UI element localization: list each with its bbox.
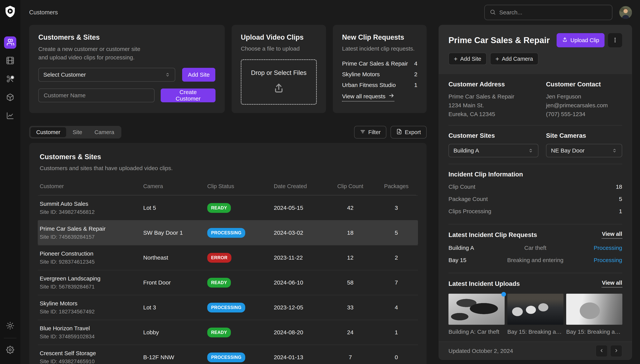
cctv-thumbnail[interactable] — [566, 294, 622, 325]
request-list-item[interactable]: Prime Car Sales & Repair 4 — [342, 58, 417, 69]
column-header-date-created[interactable]: Date Created — [274, 183, 325, 190]
customer-name: Skyline Motors — [40, 300, 143, 307]
date-cell: 2024-01-13 — [274, 354, 325, 360]
filter-button[interactable]: Filter — [354, 126, 386, 138]
upload-thumbnail-item[interactable]: Building A: Car theft — [448, 294, 505, 335]
customers-table-card: Customers & Sites Customers and sites th… — [29, 143, 427, 364]
table-row[interactable]: Pioneer ConstructionSite ID: 92837461234… — [38, 245, 418, 270]
upload-card: Upload Video Clips Choose a file to uplo… — [232, 25, 326, 113]
cctv-thumbnail[interactable] — [448, 294, 505, 325]
site-id: Site ID: 567839284671 — [40, 283, 143, 290]
search-bar[interactable] — [484, 5, 612, 20]
column-header-clip-count[interactable]: Clip Count — [325, 183, 376, 190]
chevron-updown-icon — [165, 72, 170, 78]
gear-icon — [6, 346, 14, 354]
topbar-right — [484, 5, 632, 20]
request-list-item[interactable]: Skyline Motors 2 — [342, 69, 417, 80]
dropzone-label: Drop or Select Files — [251, 69, 306, 76]
search-input[interactable] — [499, 9, 607, 16]
incident-info-section: Incident Clip Information Clip Count 18 … — [448, 164, 622, 224]
scissors-clip-icon — [6, 75, 14, 84]
sidebar-item-clips[interactable] — [4, 73, 16, 86]
upload-thumbnail-item[interactable]: Bay 15: Breaking an... — [566, 294, 622, 335]
panel-add-site-button[interactable]: + Add Site — [448, 53, 487, 65]
package-icon — [6, 93, 14, 102]
new-clip-requests-card: New Clip Requests Latest incident clip r… — [333, 25, 427, 113]
chevron-updown-icon — [528, 148, 533, 153]
site-id: Site ID: 745639284157 — [40, 234, 143, 240]
packages-cell: 1 — [376, 329, 416, 336]
sidebar-item-analytics[interactable] — [4, 110, 16, 122]
avatar[interactable] — [619, 6, 632, 19]
plus-icon: + — [454, 56, 457, 62]
arrow-right-icon — [389, 93, 394, 100]
customer-sites-heading: Customer Sites — [448, 132, 538, 139]
export-button[interactable]: Export — [391, 126, 427, 138]
tab-site[interactable]: Site — [67, 127, 88, 137]
panel-add-camera-button[interactable]: + Add Camera — [490, 53, 538, 65]
sidebar-item-customers[interactable] — [4, 36, 16, 49]
next-page-button[interactable] — [610, 345, 622, 357]
request-list-item[interactable]: Urban Fitness Studio 1 — [342, 80, 417, 90]
date-cell: 2024-06-10 — [274, 279, 325, 286]
processing-status: Processing — [569, 245, 622, 251]
date-cell: 2023-11-22 — [274, 254, 325, 261]
chevron-updown-icon — [612, 148, 617, 153]
packages-cell: 7 — [376, 279, 416, 286]
column-header-camera[interactable]: Camera — [143, 183, 207, 190]
sidebar-item-videos[interactable] — [4, 55, 16, 67]
packages-cell: 3 — [376, 204, 416, 211]
camera-cell: Lot 5 — [143, 204, 207, 211]
column-header-customer[interactable]: Customer — [40, 183, 143, 190]
previous-page-button[interactable] — [596, 345, 607, 357]
table-row[interactable]: Skyline MotorsSite ID: 182734567492 Lot … — [38, 295, 418, 320]
date-cell: 2024-08-20 — [274, 329, 325, 336]
shield-play-logo-icon — [5, 6, 16, 18]
table-row[interactable]: Evergreen LandscapingSite ID: 5678392846… — [38, 270, 418, 295]
site-cameras-dropdown[interactable]: NE Bay Door — [546, 144, 622, 157]
filter-icon — [360, 129, 366, 136]
customer-name: Evergreen Landscaping — [40, 275, 143, 282]
status-badge: READY — [207, 203, 231, 213]
column-header-clip-status[interactable]: Clip Status — [207, 183, 274, 190]
create-customer-card: Customers & Sites Create a new customer … — [29, 25, 225, 113]
panel-title: Prime Car Sales & Repair — [448, 36, 550, 45]
sidebar — [0, 0, 20, 364]
sidebar-item-packages[interactable] — [4, 92, 16, 104]
camera-cell: Front Door — [143, 279, 207, 286]
kebab-icon — [612, 37, 618, 44]
incident-request-row[interactable]: Bay 15 Breaking and entering Processing — [448, 254, 622, 266]
request-count: 4 — [414, 60, 417, 67]
upload-clip-button[interactable]: Upload Clip — [557, 33, 604, 47]
table-row[interactable]: Summit Auto SalesSite ID: 349827456812 L… — [38, 195, 418, 220]
select-customer-dropdown[interactable]: Select Customer — [38, 68, 175, 82]
upload-card-title: Upload Video Clips — [241, 33, 317, 42]
panel-menu-button[interactable] — [608, 33, 622, 47]
request-count: 1 — [414, 82, 417, 88]
site-id: Site ID: 493827465910 — [40, 358, 143, 364]
table-row[interactable]: Crescent Self StorageSite ID: 4938274659… — [38, 345, 418, 364]
tab-customer[interactable]: Customer — [31, 127, 66, 137]
cctv-thumbnail[interactable] — [507, 294, 563, 325]
upload-thumbnail-item[interactable]: Bay 15: Breaking an... — [507, 294, 563, 335]
view-all-uploads-link[interactable]: View all — [602, 280, 622, 288]
users-icon — [6, 38, 14, 47]
view-all-requests-link[interactable]: View all — [602, 231, 622, 239]
camera-cell: Lot 3 — [143, 304, 207, 311]
sidebar-item-settings[interactable] — [4, 344, 16, 356]
customer-sites-dropdown[interactable]: Building A — [448, 144, 538, 157]
line-chart-icon — [6, 112, 14, 120]
theme-toggle[interactable] — [4, 320, 16, 332]
file-dropzone[interactable]: Drop or Select Files — [241, 60, 317, 104]
tab-camera[interactable]: Camera — [89, 127, 120, 137]
main-area: Customers Customers & — [20, 0, 640, 364]
toolbar-actions: Filter Export — [354, 126, 427, 138]
table-row-selected[interactable]: Prime Car Sales & RepairSite ID: 7456392… — [38, 220, 418, 245]
column-header-packages[interactable]: Packages — [376, 183, 416, 190]
view-all-requests-link[interactable]: View all requests — [342, 93, 394, 102]
add-site-button[interactable]: Add Site — [182, 68, 215, 82]
table-row[interactable]: Blue Horizon TravelSite ID: 374859102834… — [38, 320, 418, 345]
customer-name-input[interactable] — [38, 88, 155, 102]
incident-request-row[interactable]: Building A Car theft Processing — [448, 242, 622, 254]
create-customer-button[interactable]: Create Customer — [161, 88, 215, 102]
